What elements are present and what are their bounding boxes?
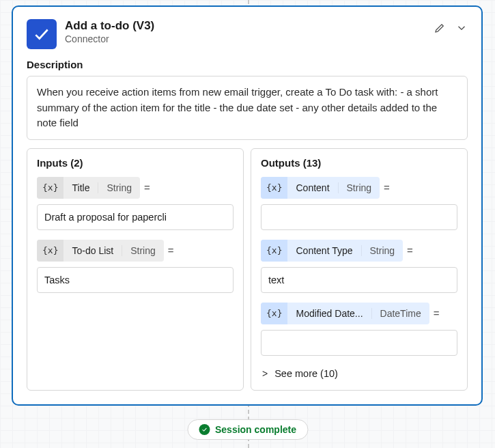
- card-header: Add a to-do (V3) Connector: [27, 19, 468, 49]
- output-item-content: {x} Content String =: [261, 177, 457, 230]
- equals-sign: =: [144, 182, 150, 193]
- see-more-label: See more (10): [274, 368, 338, 379]
- output-chip-contenttype[interactable]: {x} Content Type String: [261, 240, 403, 262]
- card-subtitle: Connector: [65, 33, 425, 44]
- output-value-content[interactable]: [261, 204, 457, 230]
- output-value-modifieddate[interactable]: [261, 330, 457, 356]
- inputs-title: Inputs (2): [37, 157, 234, 169]
- variable-icon: {x}: [37, 177, 63, 199]
- equals-sign: =: [434, 307, 440, 319]
- input-chip-title[interactable]: {x} Title String: [37, 177, 140, 199]
- output-name: Content Type: [287, 245, 360, 256]
- see-more-button[interactable]: > See more (10): [261, 365, 457, 382]
- session-status-label: Session complete: [215, 424, 296, 435]
- output-name: Modified Date...: [287, 308, 371, 319]
- input-item-todolist: {x} To-do List String =: [37, 240, 234, 293]
- output-chip-modifieddate[interactable]: {x} Modified Date... DateTime: [261, 303, 429, 324]
- variable-icon: {x}: [261, 177, 287, 199]
- session-status-pill[interactable]: Session complete: [187, 419, 308, 440]
- input-value-todolist[interactable]: [37, 267, 234, 293]
- variable-icon: {x}: [261, 240, 287, 262]
- card-title: Add a to-do (V3): [65, 19, 425, 33]
- input-type: String: [98, 182, 140, 193]
- output-name: Content: [287, 182, 337, 193]
- output-chip-content[interactable]: {x} Content String: [261, 177, 380, 199]
- chevron-right-icon: >: [262, 368, 268, 379]
- output-item-contenttype: {x} Content Type String =: [261, 240, 457, 293]
- inputs-panel: Inputs (2) {x} Title String = {x} To-d: [27, 148, 244, 391]
- outputs-title: Outputs (13): [261, 157, 457, 169]
- variable-icon: {x}: [261, 303, 287, 324]
- title-block: Add a to-do (V3) Connector: [65, 19, 425, 44]
- check-circle-icon: [199, 424, 210, 435]
- input-type: String: [122, 245, 164, 256]
- equals-sign: =: [407, 244, 413, 256]
- input-value-title[interactable]: [37, 204, 234, 230]
- description-box: When you receive action items from new e…: [27, 76, 468, 140]
- input-name: To-do List: [63, 245, 122, 256]
- io-row: Inputs (2) {x} Title String = {x} To-d: [27, 148, 468, 391]
- equals-sign: =: [168, 244, 174, 256]
- todo-app-icon: [27, 19, 57, 49]
- output-item-modifieddate: {x} Modified Date... DateTime =: [261, 303, 457, 356]
- output-type: String: [338, 182, 380, 193]
- equals-sign: =: [384, 182, 390, 193]
- output-type: DateTime: [371, 308, 429, 319]
- output-type: String: [361, 245, 404, 256]
- input-name: Title: [63, 182, 98, 193]
- variable-icon: {x}: [37, 240, 63, 262]
- outputs-panel: Outputs (13) {x} Content String = {x}: [251, 148, 468, 391]
- description-label: Description: [27, 59, 468, 70]
- edit-icon[interactable]: [434, 22, 446, 34]
- input-item-title: {x} Title String =: [37, 177, 234, 230]
- action-card: Add a to-do (V3) Connector Description W…: [12, 5, 483, 406]
- header-actions: [434, 22, 468, 34]
- input-chip-todolist[interactable]: {x} To-do List String: [37, 240, 164, 262]
- output-value-contenttype[interactable]: [261, 267, 457, 293]
- chevron-down-icon[interactable]: [455, 22, 468, 34]
